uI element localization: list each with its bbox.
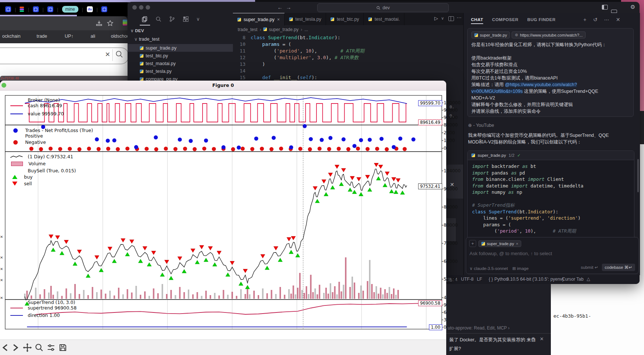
search-icon[interactable] (115, 50, 123, 58)
tab-test_tesla.py[interactable]: test_tesla.py (285, 13, 326, 25)
settings-gear-icon[interactable]: ⚙ (630, 4, 635, 10)
breadcrumb[interactable]: trade_test›super_trade.py›... (238, 27, 308, 32)
axis-tick-label: 92000 (444, 115, 458, 120)
breadcrumb-item[interactable]: ... (304, 27, 308, 32)
code-line: 10 params = ( (233, 41, 463, 48)
notif-gear-icon[interactable]: ⚙ (531, 336, 536, 342)
chat-tab-bug-finder[interactable]: BUG FINDER (527, 17, 556, 24)
editor-more-icon[interactable]: ⋯ (457, 14, 462, 20)
sidebar-file-test_tesla.py[interactable]: test_tesla.py (128, 67, 233, 75)
app-icon[interactable] (5, 6, 11, 12)
new-chat-icon[interactable]: + (583, 17, 586, 23)
python-file-icon (474, 33, 478, 37)
auto-approve-text[interactable]: uto-approve: Read, Edit, MCP › (448, 325, 509, 331)
app-icon[interactable] (101, 6, 107, 12)
mine-bookmark[interactable]: mine (62, 6, 78, 13)
bookmark-item[interactable]: trade (37, 34, 47, 39)
mpl-back-icon[interactable] (1, 343, 10, 352)
chat-tab-composer[interactable]: COMPOSER (492, 17, 518, 24)
figma-icon[interactable] (20, 6, 24, 12)
mpl-forward-icon[interactable] (11, 343, 20, 352)
remove-chip-icon[interactable]: × (516, 241, 518, 246)
sidebar-file-super_trade.py[interactable]: super_trade.py (128, 44, 233, 52)
explorer-icon[interactable] (142, 16, 148, 22)
split-editor-icon[interactable] (448, 16, 454, 21)
folder-trade-test[interactable]: ∨ trade_test (134, 36, 159, 42)
baidu-icon[interactable]: du (87, 6, 93, 12)
line-number: 11 (233, 48, 251, 54)
status-item[interactable]: LF (477, 277, 482, 282)
run-button-icon[interactable]: ▷ (434, 16, 438, 21)
link-chip[interactable]: ⊕https://www.youtube.com/watch?... (512, 31, 586, 38)
app-icon[interactable] (47, 6, 53, 12)
bookmark-item[interactable]: ockchain (2, 34, 20, 39)
status-item[interactable]: UTF-8 (461, 277, 474, 282)
status-item[interactable]: Cursor Tab (562, 277, 583, 282)
tab-test_btc.py[interactable]: test_btc.py (326, 13, 364, 25)
message-link[interactable]: v=00UMGUof8lo&t=109s (471, 89, 523, 94)
chevron-down-icon[interactable]: ∨ (196, 16, 200, 22)
download-icon[interactable] (95, 20, 103, 27)
mpl-subplots-icon[interactable] (47, 343, 55, 352)
close-chat-icon[interactable]: ✕ (616, 17, 620, 23)
status-item[interactable]: { }Python (489, 277, 508, 282)
axis-tick-label: 88000 (444, 204, 458, 210)
codebase-button[interactable]: codebase ⌘↵ (602, 264, 635, 271)
code-block-filename[interactable]: super_trade.py (478, 153, 506, 158)
mpl-pan-icon[interactable] (23, 343, 32, 352)
context-chip[interactable]: super_trade.py× (478, 240, 521, 247)
chat-input[interactable]: + super_trade.py× Ask followup, @ to men… (466, 237, 639, 274)
screen: ec-4b3b-95b1- ||||mine|du| ockchaintrade… (0, 0, 644, 355)
notif-close-icon[interactable]: ✕ (540, 336, 544, 342)
tab-test_maotai.[interactable]: test_maotai. (364, 13, 404, 25)
nav-forward-icon[interactable]: → (286, 4, 291, 10)
status-item[interactable]: 3.10.5 64-bit ('3.10.5': pyenv) (506, 277, 564, 282)
sidebar-file-test_btc.py[interactable]: test_btc.py (128, 52, 233, 60)
source-control-icon[interactable] (169, 16, 175, 22)
breadcrumb-item[interactable]: trade_test (238, 27, 257, 32)
code-line: import pandas as pd (472, 170, 630, 176)
python-file-icon (331, 17, 334, 21)
model-selector[interactable]: ∨ claude-3.5-sonnet (470, 266, 508, 271)
attachment-chip[interactable]: super_trade.py (471, 31, 510, 38)
tab-super_trade.py[interactable]: super_trade.py× (233, 13, 285, 26)
history-icon[interactable]: ↺ (593, 17, 597, 23)
toggle-sidebar-icon[interactable] (602, 5, 608, 10)
bookmark-item[interactable]: UP↑ (65, 34, 74, 39)
nav-back-icon[interactable]: ← (277, 4, 283, 10)
chat-scrollbar[interactable] (637, 159, 639, 192)
minimize-traffic-light[interactable] (139, 5, 143, 10)
command-center-search[interactable]: dev (317, 3, 449, 12)
message-link[interactable]: @https://www.youtube.com/watch? (505, 82, 577, 87)
python-lang-icon: { } (489, 277, 493, 282)
submit-button[interactable]: submit ↵ (581, 265, 598, 270)
explorer-root[interactable]: ∨ DEV (131, 28, 144, 33)
chat-input-placeholder[interactable]: Ask followup, @ to mention, ↑ to select (466, 247, 638, 256)
chat-tab-chat[interactable]: CHAT (471, 17, 483, 24)
figure-titlebar[interactable]: Figure 0 (0, 81, 446, 91)
mpl-save-icon[interactable] (58, 343, 67, 352)
search-sidebar-icon[interactable] (155, 16, 162, 22)
chat-more-icon[interactable]: ⋯ (604, 17, 609, 23)
run-dropdown-icon[interactable]: ∨ (441, 16, 444, 21)
close-traffic-light[interactable] (132, 5, 137, 10)
line-number: 12 (233, 54, 251, 61)
editor-code[interactable]: 8class SuperTrend(bt.Indicator):10 param… (233, 34, 463, 81)
app-icon[interactable] (33, 6, 39, 12)
extensions-icon[interactable] (183, 16, 189, 22)
mpl-zoom-icon[interactable] (35, 343, 44, 352)
bookmark-star-icon[interactable] (106, 20, 114, 27)
youtube-reference[interactable]: ⊕ - YouTube (468, 122, 494, 128)
sidebar-file-test_maotai.py[interactable]: test_maotai.py (128, 60, 233, 67)
python-file-icon (140, 54, 143, 58)
attach-image-button[interactable]: ⊞ image (512, 266, 529, 271)
python-file-icon (263, 27, 267, 31)
add-context-icon[interactable]: + (469, 240, 476, 247)
close-tab-icon[interactable]: × (277, 17, 279, 22)
code-line: from binance.client import Client (472, 176, 630, 183)
bookmark-item[interactable]: ali (91, 34, 95, 39)
bell-icon[interactable]: △ (587, 276, 590, 281)
zoom-traffic-light[interactable] (146, 5, 150, 10)
clear-search-icon[interactable]: ✕ (105, 51, 110, 58)
breadcrumb-item[interactable]: super_trade.py (269, 27, 298, 32)
